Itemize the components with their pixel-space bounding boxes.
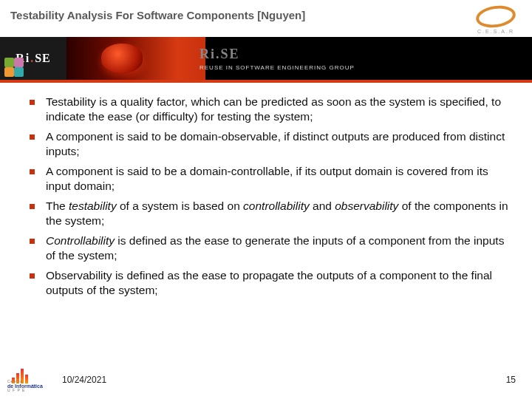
list-item: A component is said to be a domain-contr… <box>30 164 514 194</box>
list-item: Observability is defined as the ease to … <box>30 268 514 299</box>
list-item: A component is said to be domain-observa… <box>30 129 514 160</box>
centro-logo: Centrode InformáticaU F P E <box>7 367 52 392</box>
page-number: 15 <box>506 375 516 385</box>
footer-left: Centrode InformáticaU F P E 10/24/2021 <box>7 367 106 392</box>
banner-mid <box>66 37 177 80</box>
cesar-text: C.E.S.A.R <box>477 29 514 34</box>
list-item: The testability of a system is based on … <box>30 199 514 229</box>
header: Testability Analysis For Software Compon… <box>0 0 532 37</box>
bullet-list: Testability is a quality factor, which c… <box>30 95 514 298</box>
banner-left: Ri.SE <box>0 37 66 80</box>
cesar-logo: C.E.S.A.R <box>470 6 522 34</box>
banner-right: Ri.SE REUSE IN SOFTWARE ENGINEERING GROU… <box>177 37 532 80</box>
puzzle-icon <box>4 58 25 78</box>
slide-title: Testability Analysis For Software Compon… <box>10 6 470 21</box>
list-item: Testability is a quality factor, which c… <box>30 95 514 125</box>
slide: Testability Analysis For Software Compon… <box>0 0 532 399</box>
content: Testability is a quality factor, which c… <box>0 83 532 365</box>
footer: Centrode InformáticaU F P E 10/24/2021 1… <box>0 365 532 399</box>
footer-date: 10/24/2021 <box>62 375 106 385</box>
banner-subtitle: REUSE IN SOFTWARE ENGINEERING GROUP <box>200 64 532 71</box>
list-item: Controllability is defined as the ease t… <box>30 233 514 264</box>
centro-line3: U F P E <box>7 389 43 392</box>
banner: Ri.SE Ri.SE REUSE IN SOFTWARE ENGINEERIN… <box>0 37 532 80</box>
globe-icon <box>101 44 143 73</box>
cesar-oval-icon <box>474 3 517 30</box>
rise-logo-secondary: Ri.SE <box>200 47 532 62</box>
